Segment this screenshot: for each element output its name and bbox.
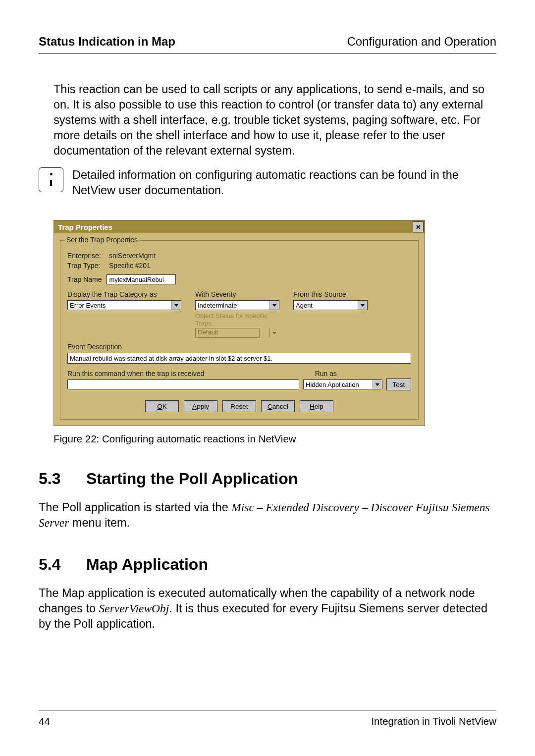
intro-paragraph: This reaction can be used to call script… (54, 82, 496, 159)
severity-label: With Severity (195, 290, 279, 298)
ok-button[interactable]: OK (145, 400, 179, 412)
doc-title: Integration in Tivoli NetView (371, 715, 496, 727)
source-combo[interactable] (293, 300, 368, 310)
chevron-down-icon[interactable] (373, 380, 382, 389)
section-5-4-heading: 5.4Map Application (39, 555, 496, 574)
cancel-button[interactable]: Cancel (261, 400, 295, 412)
test-button[interactable]: Test (386, 378, 411, 390)
severity-combo[interactable] (195, 300, 279, 310)
enterprise-value: sniServerMgmt (109, 252, 156, 260)
set-trap-properties-group: Set the Trap Properties Enterprise: sniS… (60, 240, 419, 420)
category-value[interactable] (67, 300, 181, 310)
trapname-input[interactable] (107, 274, 176, 284)
close-icon[interactable]: ✕ (413, 221, 424, 232)
section-5-3-heading: 5.3Starting the Poll Application (39, 470, 496, 488)
dialog-title: Trap Properties (58, 223, 112, 231)
page-header: Status Indication in Map Configuration a… (39, 35, 496, 54)
traptype-label: Trap Type: (67, 262, 107, 270)
trap-properties-dialog: Trap Properties ✕ Set the Trap Propertie… (54, 220, 425, 426)
runas-combo[interactable] (303, 379, 382, 389)
trapname-label: Trap Name (67, 275, 102, 283)
enterprise-label: Enterprise: (67, 252, 107, 260)
runas-label: Run as (315, 370, 337, 378)
chevron-down-icon[interactable] (269, 301, 279, 310)
runas-value[interactable] (303, 379, 382, 389)
objstat-combo: Default (195, 328, 279, 338)
eventdesc-input[interactable] (67, 353, 411, 364)
info-icon: ı (39, 167, 63, 192)
page-footer: 44 Integration in Tivoli NetView (39, 710, 496, 727)
help-button[interactable]: Help (300, 400, 333, 412)
header-left: Status Indication in Map (39, 35, 175, 49)
section-5-3-body: The Poll application is started via the … (39, 500, 496, 531)
source-label: From this Source (293, 290, 368, 298)
chevron-down-icon (269, 328, 279, 337)
header-right: Configuration and Operation (347, 35, 496, 49)
runcmd-input[interactable] (67, 379, 299, 389)
apply-button[interactable]: Apply (184, 400, 217, 412)
severity-value[interactable] (195, 300, 279, 310)
objstat-label: Object Status for Specific Traps (195, 312, 279, 327)
category-combo[interactable] (67, 300, 181, 310)
category-label: Display the Trap Category as (67, 290, 181, 298)
objstat-value: Default (195, 328, 260, 338)
group-legend: Set the Trap Properties (64, 236, 140, 244)
source-value[interactable] (293, 300, 368, 310)
page-number: 44 (39, 715, 50, 727)
info-note-row: ı Detailed information on configuring au… (54, 167, 496, 198)
chevron-down-icon[interactable] (358, 301, 367, 310)
chevron-down-icon[interactable] (171, 301, 181, 310)
runcmd-label: Run this command when the trap is receiv… (67, 370, 204, 378)
reset-button[interactable]: Reset (222, 400, 256, 412)
info-note-text: Detailed information on configuring auto… (72, 167, 496, 198)
traptype-value: Specific #201 (109, 262, 151, 270)
section-5-4-body: The Map application is executed automati… (39, 586, 496, 632)
dialog-titlebar: Trap Properties ✕ (54, 220, 425, 233)
figure-caption: Figure 22: Configuring automatic reactio… (54, 433, 496, 445)
eventdesc-label: Event Description (67, 343, 411, 351)
